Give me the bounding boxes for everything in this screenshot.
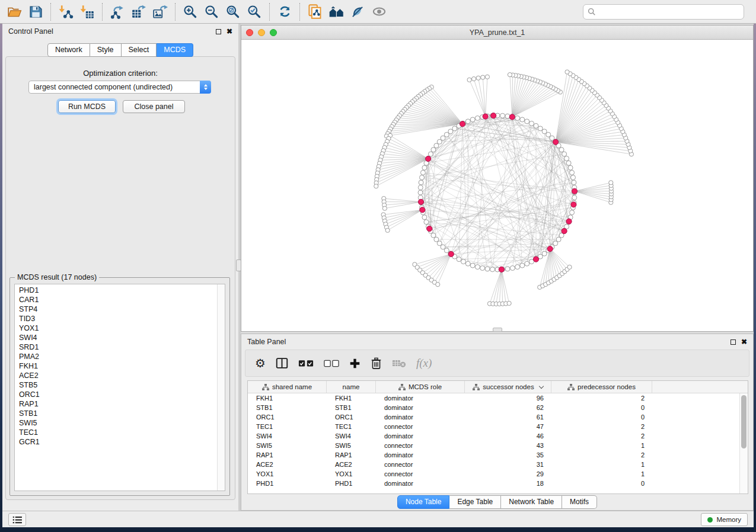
open-file-icon[interactable] [4, 2, 25, 21]
table-row[interactable]: ACE2ACE2connector311 [248, 460, 739, 469]
delete-column-icon[interactable] [371, 357, 382, 370]
split-pane-handle[interactable] [493, 328, 502, 332]
attribute-type-icon [567, 384, 575, 390]
memory-button[interactable]: Memory [701, 513, 748, 526]
tab-motifs[interactable]: Motifs [562, 495, 597, 509]
select-all-rows-icon[interactable] [298, 359, 314, 367]
table-row[interactable]: YOX1YOX1connector291 [248, 469, 739, 479]
task-history-button[interactable] [8, 513, 26, 526]
column-header-predecessor-nodes[interactable]: predecessor nodes [551, 381, 652, 393]
cell: 2 [551, 450, 652, 460]
run-mcds-button[interactable]: Run MCDS [58, 100, 116, 113]
column-header-successor-nodes[interactable]: successor nodes [465, 381, 551, 393]
mcds-result-item[interactable]: SWI5 [19, 418, 216, 428]
show-details-icon[interactable] [368, 2, 390, 21]
cell: dominator [376, 412, 465, 422]
table-scrollbar-thumb[interactable] [741, 395, 747, 448]
mcds-result-item[interactable]: CAR1 [19, 295, 216, 305]
attribute-type-icon [262, 384, 269, 390]
network-view[interactable] [241, 40, 753, 331]
zoom-out-icon[interactable] [201, 2, 222, 21]
mcds-result-item[interactable]: STB5 [19, 380, 216, 390]
table-row[interactable]: FKH1FKH1dominator962 [248, 393, 739, 403]
refresh-icon[interactable] [274, 2, 295, 21]
column-header-mcds-role[interactable]: MCDS role [376, 381, 465, 393]
export-network-icon[interactable] [107, 2, 128, 21]
cell: STB1 [327, 403, 376, 412]
mcds-result-item[interactable]: GCR1 [19, 437, 216, 447]
optimization-criterion-select[interactable]: largest connected component (undirected) [28, 81, 211, 94]
hide-details-icon[interactable] [347, 2, 368, 21]
zoom-fit-icon[interactable] [222, 2, 244, 21]
mcds-result-title: MCDS result (17 nodes) [15, 273, 99, 281]
mcds-list-scrollbar[interactable] [217, 284, 225, 491]
mcds-result-item[interactable]: TEC1 [19, 428, 216, 437]
export-table-icon[interactable] [128, 2, 149, 21]
mcds-result-item[interactable]: ACE2 [19, 371, 216, 380]
network-graph-canvas[interactable] [241, 40, 753, 331]
table-panel-tabs: Node TableEdge TableNetwork TableMotifs [241, 495, 753, 509]
tab-edge-table[interactable]: Edge Table [449, 495, 501, 509]
search-input[interactable] [596, 8, 739, 16]
create-column-icon[interactable] [349, 358, 361, 369]
table-row[interactable]: TEC1TEC1connector472 [248, 422, 739, 431]
export-image-icon[interactable] [149, 2, 171, 21]
table-settings-icon[interactable]: ⚙ [255, 356, 266, 370]
tab-mcds[interactable]: MCDS [157, 43, 193, 57]
table-row[interactable]: STB1STB1dominator620 [248, 403, 739, 412]
mcds-result-item[interactable]: RAP1 [19, 399, 216, 409]
mcds-result-item[interactable]: FKH1 [19, 361, 216, 371]
paste-network-icon[interactable] [304, 2, 326, 21]
deselect-all-rows-icon[interactable] [324, 359, 339, 367]
import-table-icon[interactable] [76, 2, 98, 21]
network-window-titlebar[interactable]: YPA_prune.txt_1 [241, 25, 753, 40]
mcds-result-item[interactable]: TID3 [19, 314, 216, 323]
column-header-shared-name[interactable]: shared name [248, 381, 327, 393]
tab-node-table[interactable]: Node Table [397, 495, 450, 509]
search-box[interactable] [583, 4, 744, 20]
mcds-result-list[interactable]: PHD1CAR1STP4TID3YOX1SWI4SRD1PMA2FKH1ACE2… [14, 284, 225, 491]
close-table-panel-icon[interactable]: ✖ [741, 338, 747, 345]
table-row[interactable]: RAP1RAP1dominator352 [248, 450, 739, 460]
table-panel-title: Table Panel [247, 338, 286, 346]
cell: dominator [376, 450, 465, 460]
search-icon [588, 8, 596, 16]
mcds-result-item[interactable]: ORC1 [19, 390, 216, 399]
mcds-result-item[interactable]: STP4 [19, 305, 216, 314]
homes-icon[interactable] [326, 2, 347, 21]
workspace: YPA_prune.txt_1 Table Panel ✖ ⚙ [241, 24, 754, 511]
tab-network-table[interactable]: Network Table [501, 495, 562, 509]
close-panel-icon[interactable]: ✖ [227, 28, 232, 35]
float-panel-icon[interactable] [216, 29, 221, 34]
mcds-result-item[interactable]: YOX1 [19, 323, 216, 333]
table-scrollbar[interactable] [739, 393, 748, 493]
cell: SWI4 [248, 431, 327, 441]
float-table-panel-icon[interactable] [731, 339, 736, 345]
tab-network[interactable]: Network [47, 43, 90, 57]
table-row[interactable]: ORC1ORC1dominator610 [248, 412, 739, 422]
table-row[interactable]: SWI4SWI4dominator462 [248, 431, 739, 441]
cell: ORC1 [327, 412, 376, 422]
cell: 62 [465, 403, 551, 412]
mcds-result-item[interactable]: PMA2 [19, 352, 216, 361]
table-row[interactable]: SWI5SWI5connector431 [248, 441, 739, 450]
cell: SWI4 [327, 431, 376, 441]
table-row[interactable]: PHD1PHD1dominator180 [248, 479, 739, 488]
zoom-selected-icon[interactable] [244, 2, 265, 21]
import-network-icon[interactable] [55, 2, 76, 21]
zoom-in-icon[interactable] [180, 2, 201, 21]
save-session-icon[interactable] [25, 2, 46, 21]
show-columns-icon[interactable] [276, 357, 288, 369]
mcds-result-item[interactable]: SRD1 [19, 342, 216, 352]
column-header-name[interactable]: name [327, 381, 376, 393]
cell: 1 [551, 469, 652, 479]
mcds-result-item[interactable]: STB1 [19, 409, 216, 418]
tab-select[interactable]: Select [122, 43, 157, 57]
attribute-type-icon [473, 384, 480, 390]
sort-chevron-icon [538, 383, 543, 388]
close-panel-button[interactable]: Close panel [123, 100, 185, 113]
tab-style[interactable]: Style [90, 43, 122, 57]
mcds-result-item[interactable]: SWI4 [19, 333, 216, 342]
mcds-result-item[interactable]: PHD1 [19, 286, 216, 295]
toolbar-separator [269, 3, 270, 21]
